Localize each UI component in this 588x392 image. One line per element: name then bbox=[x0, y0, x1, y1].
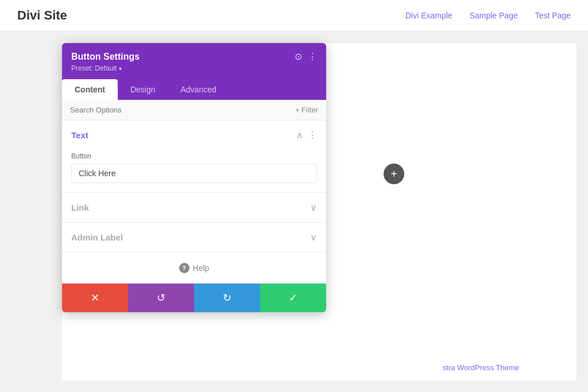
filter-button[interactable]: + Filter bbox=[295, 106, 318, 114]
section-admin-label: Admin Label ∨ bbox=[62, 223, 326, 253]
settings-icon[interactable]: ⊙ bbox=[295, 51, 302, 62]
nav-link-divi-example[interactable]: Divi Example bbox=[405, 11, 452, 20]
section-text-header[interactable]: Text ∧ ⋮ bbox=[62, 121, 326, 150]
tab-content[interactable]: Content bbox=[62, 79, 118, 100]
section-admin-label-icons: ∨ bbox=[310, 232, 317, 243]
nav-link-sample-page[interactable]: Sample Page bbox=[470, 11, 518, 20]
search-bar: + Filter bbox=[62, 100, 326, 121]
redo-button[interactable]: ↻ bbox=[194, 284, 260, 312]
panel-title: Button Settings bbox=[71, 52, 140, 62]
section-link-icons: ∨ bbox=[310, 202, 317, 213]
section-more-icon[interactable]: ⋮ bbox=[308, 130, 317, 141]
close-button[interactable]: ✕ bbox=[62, 284, 128, 312]
action-bar: ✕ ↺ ↻ ✓ bbox=[62, 284, 326, 312]
expand-link-icon[interactable]: ∨ bbox=[310, 202, 317, 213]
tab-design[interactable]: Design bbox=[118, 79, 168, 100]
section-link-title: Link bbox=[71, 203, 89, 212]
section-text-title: Text bbox=[71, 130, 88, 140]
close-icon: ✕ bbox=[91, 292, 99, 304]
panel-header: Button Settings ⊙ ⋮ Preset: Default ▾ bbox=[62, 43, 326, 79]
search-input[interactable] bbox=[70, 106, 291, 114]
redo-icon: ↻ bbox=[223, 292, 231, 304]
reset-icon: ↺ bbox=[157, 292, 165, 304]
panel-body: Text ∧ ⋮ Button Link ∨ bbox=[62, 121, 326, 284]
tab-advanced[interactable]: Advanced bbox=[168, 79, 229, 100]
panel-header-top: Button Settings ⊙ ⋮ bbox=[71, 51, 317, 62]
more-options-icon[interactable]: ⋮ bbox=[308, 51, 317, 62]
section-text-icons: ∧ ⋮ bbox=[296, 130, 317, 141]
reset-button[interactable]: ↺ bbox=[128, 284, 194, 312]
nav-links: Divi Example Sample Page Test Page bbox=[405, 11, 571, 20]
help-label[interactable]: Help bbox=[193, 263, 210, 273]
panel-preset[interactable]: Preset: Default ▾ bbox=[71, 64, 317, 72]
section-link-header[interactable]: Link ∨ bbox=[62, 193, 326, 222]
help-icon: ? bbox=[179, 263, 189, 273]
preset-arrow-icon: ▾ bbox=[119, 65, 122, 72]
field-group-button: Button bbox=[62, 150, 326, 192]
button-text-input[interactable] bbox=[71, 164, 317, 183]
nav-link-test-page[interactable]: Test Page bbox=[535, 11, 571, 20]
panel-header-icons: ⊙ ⋮ bbox=[295, 51, 317, 62]
section-admin-label-title: Admin Label bbox=[71, 232, 123, 242]
save-button[interactable]: ✓ bbox=[260, 284, 326, 312]
button-field-label: Button bbox=[71, 152, 317, 160]
section-admin-label-header[interactable]: Admin Label ∨ bbox=[62, 223, 326, 252]
help-area: ? Help bbox=[62, 253, 326, 284]
modal-panel: Button Settings ⊙ ⋮ Preset: Default ▾ Co… bbox=[62, 43, 326, 312]
expand-admin-icon[interactable]: ∨ bbox=[310, 232, 317, 243]
panel-tabs: Content Design Advanced bbox=[62, 79, 326, 100]
save-icon: ✓ bbox=[289, 292, 297, 304]
section-text: Text ∧ ⋮ Button bbox=[62, 121, 326, 193]
top-navigation: Divi Site Divi Example Sample Page Test … bbox=[0, 0, 588, 32]
section-link: Link ∨ bbox=[62, 193, 326, 223]
footer-credit: stra WordPress Theme bbox=[443, 363, 519, 372]
site-title: Divi Site bbox=[17, 8, 67, 23]
collapse-icon[interactable]: ∧ bbox=[296, 130, 303, 141]
add-button[interactable]: + bbox=[384, 164, 404, 184]
main-area: + stra WordPress Theme Button Settings ⊙… bbox=[0, 32, 588, 392]
